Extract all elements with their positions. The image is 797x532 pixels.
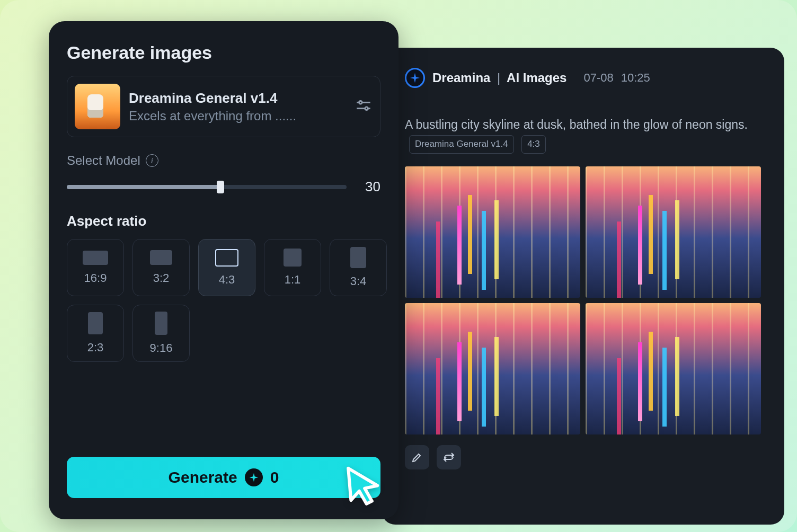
results-grid [405,166,761,435]
result-image[interactable] [586,303,761,435]
settings-icon[interactable] [355,96,373,117]
brand-title: Dreamina | AI Images [432,70,566,85]
ratio-label: 16:9 [84,271,107,285]
ratio-shape-icon [350,247,366,268]
result-image[interactable] [405,303,580,435]
model-name: Dreamina General v1.4 [129,90,346,107]
ratio-label: 3:4 [350,274,367,288]
app-stage: { "panel": { "title": "Generate images",… [0,0,797,532]
ratio-shape-icon [88,312,103,334]
aspect-ratio-option[interactable]: 3:2 [132,239,190,296]
panel-title: Generate images [67,42,380,63]
result-image[interactable] [405,166,580,298]
aspect-ratio-option[interactable]: 3:4 [330,239,387,296]
ratio-shape-icon [284,249,302,267]
ratio-shape-icon [215,249,238,267]
ratio-label: 2:3 [87,341,104,354]
svg-point-0 [359,101,362,104]
results-header: Dreamina | AI Images 07-08 10:25 [405,68,761,88]
select-model-text: Select Model [67,153,140,168]
ratio-label: 1:1 [285,273,301,287]
generate-label: Generate [169,468,237,486]
model-description: Excels at everything from ...... [129,109,346,123]
model-thumbnail [75,84,120,129]
brand-separator: | [494,70,503,85]
settings-panel: Generate images Dreamina General v1.4 Ex… [49,21,398,519]
ratio-shape-icon [155,312,167,335]
refresh-icon [442,451,455,464]
cursor-icon [339,461,385,507]
result-prompt: A bustling city skyline at dusk, bathed … [405,116,761,154]
aspect-ratio-label: Aspect ratio [67,213,380,229]
brand-name: Dreamina [432,70,490,85]
aspect-ratio-option[interactable]: 4:3 [198,239,255,296]
sparkle-icon [245,468,263,486]
slider-track[interactable] [67,185,347,189]
result-time: 10:25 [621,71,650,85]
slider-thumb[interactable] [217,181,224,193]
ratio-label: 3:2 [153,271,170,285]
aspect-ratio-option[interactable]: 2:3 [67,305,124,362]
edit-button[interactable] [405,445,429,469]
aspect-ratio-grid: 16:93:24:31:13:42:39:16 [67,239,380,362]
select-model-label: Select Model i [67,153,380,168]
ratio-label: 4:3 [219,273,235,287]
aspect-ratio-option[interactable]: 1:1 [264,239,321,296]
model-selector[interactable]: Dreamina General v1.4 Excels at everythi… [67,76,380,137]
slider-value: 30 [357,179,380,195]
svg-point-3 [365,107,368,110]
result-image[interactable] [586,166,761,298]
ratio-shape-icon [150,250,172,265]
model-chip: Dreamina General v1.4 [409,135,514,153]
generate-cost: 0 [270,468,279,486]
ratio-shape-icon [83,251,108,265]
ratio-chip: 4:3 [521,135,546,153]
prompt-text: A bustling city skyline at dusk, bathed … [405,118,748,131]
brand-section: AI Images [507,70,566,85]
results-panel: Dreamina | AI Images 07-08 10:25 A bustl… [382,48,784,525]
aspect-ratio-option[interactable]: 9:16 [132,305,190,362]
regenerate-button[interactable] [437,445,461,469]
result-date: 07-08 [583,71,613,85]
result-actions [405,445,761,469]
generate-button[interactable]: Generate 0 [67,457,380,498]
pencil-icon [411,451,423,464]
model-text: Dreamina General v1.4 Excels at everythi… [129,90,346,123]
aspect-ratio-option[interactable]: 16:9 [67,239,124,296]
brand-icon [405,68,425,88]
info-icon[interactable]: i [146,154,158,167]
ratio-label: 9:16 [150,341,173,355]
model-strength-slider[interactable]: 30 [67,179,380,195]
